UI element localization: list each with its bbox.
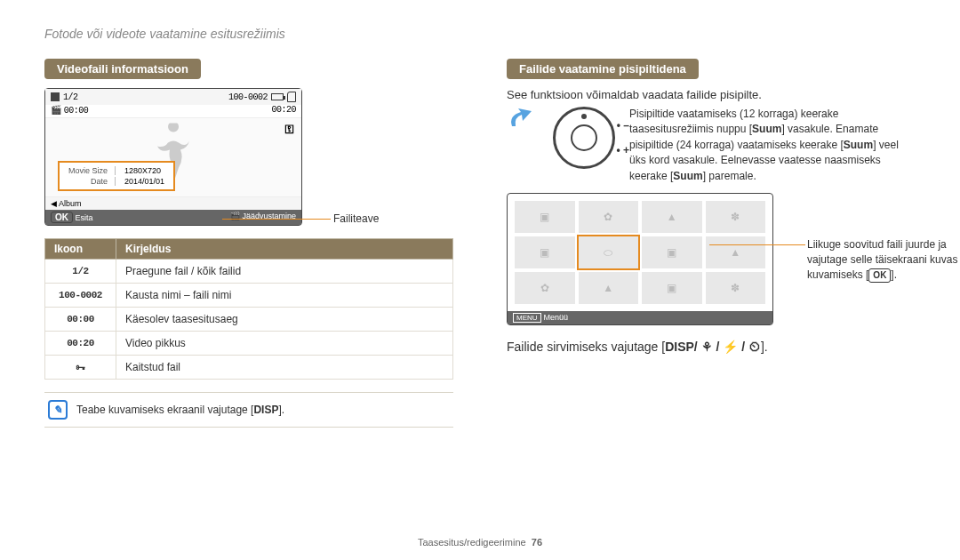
thumbnail: ▣ [515,236,575,268]
storage-icon [287,92,296,102]
file-counter: 1/2 [63,92,78,102]
folder-file-number: 100-0002 [228,92,268,102]
ok-button-icon: OK [868,268,891,283]
file-info-overlay: Movie Size1280X720 Date2014/01/01 [58,161,175,191]
leader-line [222,219,331,220]
right-column: Failide vaatamine pisipiltidena See funk… [507,59,916,428]
disp-label: DISP [665,340,694,354]
browse-instruction: Failide sirvimiseks vajutage [DISP/ ⚘ / … [507,340,916,354]
total-time: 00:20 [271,105,296,116]
thumbnail-grid-screen: ▣ ✿ ▲ ✽ ▣ ⬭ ▣ ▲ ✿ ▲ ▣ ✽ MENUMenüü [507,193,773,325]
dial-instruction-text: Pisipiltide vaatamiseks (12 korraga) kee… [629,107,916,184]
thumbnail-footer: MENUMenüü [508,311,772,324]
movie-icon: 🎬 00:00 [51,105,88,116]
lock-icon: ⚿ [284,124,294,134]
leader-line-thumb [709,244,805,245]
left-column: Videofaili informatsioon 1/2 100-0002 🎬 … [44,59,453,428]
table-row: 00:20Video pikkus [45,332,453,356]
thumbnail: ▣ [515,201,575,233]
menu-tag: MENU [513,313,541,323]
play-button: OK Esita [51,212,93,223]
thumbnail: ✽ [706,201,766,233]
leader-label-fileinfo: Failiteave [333,212,379,225]
leader-label-thumb: Liikuge soovitud faili juurde ja vajutag… [807,237,958,283]
info-key-date: Date [61,177,116,186]
table-row: 00:00Käesolev taasesitusaeg [45,308,453,332]
section-heading-thumbnails: Failide vaatamine pisipiltidena [507,59,699,79]
tip-text: Teabe kuvamiseks ekraanil vajutage [ [76,404,253,416]
thumbnail: ▲ [706,236,766,268]
table-row: 100-0002Kausta nimi – faili nimi [45,284,453,308]
screen-wrapper: 1/2 100-0002 🎬 00:00 00:20 [44,88,453,226]
thumbnail: ▣ [642,236,702,268]
thumbnail: ▲ [579,272,639,304]
intro-text: See funktsioon võimaldab vaadata failide… [507,88,916,101]
info-key-size: Movie Size [61,166,116,175]
tip-note: ✎ Teabe kuvamiseks ekraanil vajutage [DI… [44,392,453,428]
thumbnail-selected: ⬭ [579,236,639,268]
page-title: Fotode või videote vaatamine esitusrežii… [44,27,916,41]
section-heading-video-info: Videofaili informatsioon [44,59,201,79]
zoom-dial-icon [553,107,615,169]
record-button: 🎬 Jäädvustamine [230,212,296,223]
info-val-date: 2014/01/01 [117,177,172,186]
table-row: 🗝Kaitstud fail [45,356,453,380]
current-time: 00:00 [64,106,89,116]
playback-screen-mock: 1/2 100-0002 🎬 00:00 00:20 [44,88,302,226]
rotate-arrows-icon [507,107,539,133]
thumbnail: ✿ [515,272,575,304]
thumbnail: ▲ [642,201,702,233]
th-desc: Kirjeldus [116,239,453,260]
page-footer: Taasesitus/redigeerimine 76 [0,537,960,548]
thumbnail: ✽ [706,272,766,304]
thumbnail: ✿ [579,201,639,233]
play-mode-icon [51,92,60,101]
info-icon: ✎ [48,400,68,420]
album-button: ◀ Album [51,199,82,208]
tip-disp: DISP [253,404,278,416]
info-val-size: 1280X720 [117,166,172,175]
thumbnail: ▣ [642,272,702,304]
battery-icon [271,93,284,100]
dial-plus: + [616,144,629,156]
icon-description-table: Ikoon Kirjeldus 1/2Praegune fail / kõik … [44,238,453,380]
dial-minus: – [617,119,629,132]
th-icon: Ikoon [45,239,116,260]
nav-icons: / ⚘ / ⚡ / ⏲ [694,340,761,354]
table-row: 1/2Praegune fail / kõik failid [45,260,453,284]
